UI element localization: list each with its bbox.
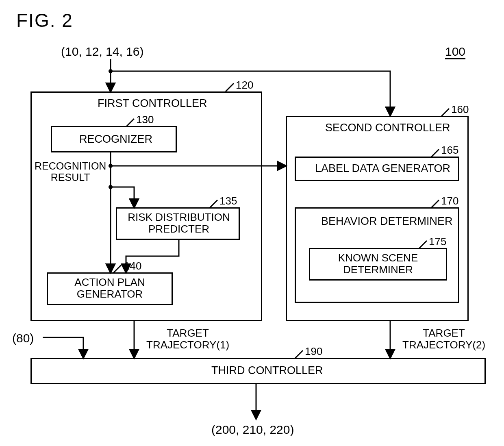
target-trajectory-1: TARGET TRAJECTORY(1) [146, 327, 229, 350]
inputs-top-label: (10, 12, 14, 16) [61, 45, 143, 58]
figure-title: FIG. 2 [16, 10, 73, 31]
ref-130: 130 [136, 114, 154, 126]
ref-135: 135 [219, 195, 237, 207]
second-controller-title: SECOND CONTROLLER [325, 122, 450, 134]
svg-line-16 [295, 350, 303, 359]
svg-point-1 [109, 69, 113, 73]
first-controller-title: FIRST CONTROLLER [98, 98, 207, 110]
behavior-determiner-label: BEHAVIOR DETERMINER [321, 215, 453, 228]
recognition-result-label: RECOGNITION RESULT [35, 161, 106, 183]
ref-160: 160 [451, 104, 469, 115]
action-plan-label: ACTION PLAN GENERATOR [57, 276, 163, 300]
risk-predicter-label: RISK DISTRIBUTION PREDICTER [126, 211, 232, 235]
ref-120: 120 [236, 79, 253, 91]
third-controller-label: THIRD CONTROLLER [211, 365, 323, 377]
ref-165: 165 [441, 144, 458, 156]
outputs-bottom-label: (200, 210, 220) [211, 423, 294, 436]
svg-line-2 [226, 83, 234, 91]
recognizer-label: RECOGNIZER [79, 133, 152, 146]
known-scene-label: KNOWN SCENE DETERMINER [321, 252, 435, 275]
label-data-generator-label: LABEL DATA GENERATOR [315, 163, 450, 175]
ref-170: 170 [441, 195, 458, 207]
input-80-label: (80) [12, 331, 34, 345]
diagram-canvas: FIG. 2 (10, 12, 14, 16) 100 FIRST CONTRO… [0, 0, 504, 446]
svg-line-10 [441, 109, 449, 117]
target-trajectory-2: TARGET TRAJECTORY(2) [402, 327, 485, 350]
ref-190: 190 [305, 346, 322, 357]
ref-175: 175 [429, 236, 446, 248]
ref-140: 140 [124, 260, 141, 272]
ref-100: 100 [445, 45, 465, 58]
